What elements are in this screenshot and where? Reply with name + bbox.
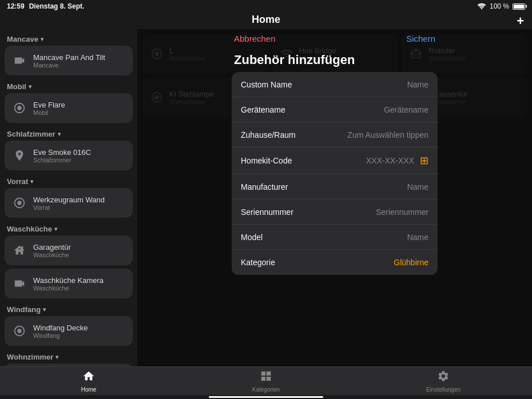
device-room: Waschküche: [33, 285, 104, 292]
battery-percent: 100 %: [490, 2, 509, 10]
device-name: Eve Smoke 016C: [33, 148, 91, 157]
chevron-icon: ▾: [29, 83, 31, 90]
seriennummer-row[interactable]: Seriennummer Seriennummer: [232, 200, 438, 225]
nav-kategorien[interactable]: Kategorien: [177, 370, 355, 393]
wifi-icon: [477, 2, 486, 11]
scan-qr-icon[interactable]: ⊞: [420, 154, 428, 167]
field-value: Name: [407, 233, 428, 242]
chevron-icon: ▾: [43, 306, 46, 313]
manufacturer-row[interactable]: Manufacturer Name: [232, 174, 438, 200]
nav-home[interactable]: Home: [0, 370, 177, 393]
section-label: Wohnzimmer: [7, 353, 53, 361]
svg-point-0: [481, 8, 483, 9]
content-area: L Wohnzimmer Hue Bridge Wohnzimmer Rob: [137, 29, 532, 366]
section-waschkueche: Waschküche ▾: [5, 221, 133, 236]
time: 12:59: [7, 2, 25, 10]
section-label: Windfang: [7, 305, 41, 314]
section-mobil: Mobil ▾: [5, 79, 133, 93]
homekit-row[interactable]: Homekit-Code XXX-XX-XXX ⊞: [232, 147, 438, 174]
field-label: Homekit-Code: [241, 156, 292, 165]
field-label: Gerätename: [241, 105, 285, 114]
section-label: Waschküche: [7, 225, 52, 233]
section-label: Vorrat: [7, 177, 28, 186]
geratename-row[interactable]: Gerätename Gerätename: [232, 97, 438, 122]
cancel-button[interactable]: Abbrechen: [234, 34, 276, 43]
camera-icon: [11, 276, 27, 292]
chevron-icon: ▾: [58, 131, 61, 137]
kategorie-row[interactable]: Kategorie Glühbirne: [232, 250, 438, 275]
device-room: Mobil: [33, 109, 65, 116]
device-garagentur[interactable]: Garagentür Waschküche: [5, 236, 133, 265]
device-room: Waschküche: [33, 252, 71, 258]
device-info: Eve Flare Mobil: [33, 101, 65, 116]
field-value: Seriennummer: [376, 208, 428, 217]
device-info: Waschküche Kamera Waschküche: [33, 276, 104, 292]
field-value: Name: [407, 80, 428, 89]
field-label: Kategorie: [241, 258, 275, 267]
date: Dienstag 8. Sept.: [29, 2, 85, 10]
field-label: Zuhause/Raum: [241, 130, 296, 139]
field-value: Name: [407, 182, 428, 191]
device-eve-smoke[interactable]: Eve Smoke 016C Schlafzimmer: [5, 141, 133, 170]
device-werkzeug[interactable]: Werkzeugraum Wand Vorrat: [5, 188, 133, 218]
svg-point-1: [17, 106, 21, 110]
device-eufy[interactable]: eufy HomeBase2-30E9 Wohnzimmer: [5, 364, 133, 366]
nav-einstellungen[interactable]: Einstellungen: [355, 370, 532, 393]
camera-icon: [11, 53, 27, 69]
device-name: Windfang Decke: [33, 324, 88, 332]
device-room: Mancave: [33, 62, 105, 69]
save-button[interactable]: Sichern: [406, 34, 435, 43]
header: Home +: [0, 13, 532, 29]
battery-icon: [513, 3, 525, 10]
battery-fill: [514, 5, 524, 9]
nav-einstellungen-label: Einstellungen: [426, 386, 460, 393]
chevron-icon: ▾: [54, 226, 57, 232]
section-label: Mancave: [7, 35, 38, 43]
device-info: Werkzeugraum Wand Vorrat: [33, 195, 105, 211]
nav-home-label: Home: [81, 386, 97, 393]
device-room: Schlafzimmer: [33, 157, 91, 163]
chevron-icon: ▾: [30, 178, 33, 185]
device-waschkueche-kamera[interactable]: Waschküche Kamera Waschküche: [5, 269, 133, 298]
add-accessory-modal: Abbrechen Sichern Zubehör hinzufügen Cus…: [232, 29, 438, 276]
custom-name-row[interactable]: Custom Name Name: [232, 72, 438, 97]
device-eve-flare[interactable]: Eve Flare Mobil: [5, 93, 133, 123]
nav-kategorien-label: Kategorien: [252, 386, 280, 393]
light-icon: [11, 100, 27, 116]
svg-point-3: [17, 329, 21, 333]
bottom-nav: Home Kategorien Einstellungen: [0, 366, 532, 395]
device-room: Vorrat: [33, 204, 105, 211]
grid-nav-icon: [260, 370, 272, 385]
device-name: Garagentür: [33, 243, 71, 252]
light-icon: [11, 323, 27, 339]
gear-nav-icon: [437, 370, 450, 385]
device-info: Garagentür Waschküche: [33, 243, 71, 258]
status-left: 12:59 Dienstag 8. Sept.: [7, 2, 84, 10]
modal-action-bar: Abbrechen Sichern: [232, 29, 438, 48]
device-mancave-pan[interactable]: Mancave Pan And Tilt Mancave: [5, 46, 133, 75]
device-info: Mancave Pan And Tilt Mancave: [33, 53, 105, 69]
field-label: Manufacturer: [241, 182, 288, 191]
device-windfang-decke[interactable]: Windfang Decke Windfang: [5, 316, 133, 346]
homekit-code-value: XXX-XX-XXX: [366, 156, 414, 165]
garage-icon: [11, 242, 27, 258]
device-room: Windfang: [33, 332, 88, 339]
status-right: 100 %: [477, 2, 525, 11]
home-nav-icon: [82, 370, 95, 385]
form-section: Custom Name Name Gerätename Gerätename Z…: [232, 72, 438, 275]
smoke-icon: [11, 147, 27, 163]
section-windfang: Windfang ▾: [5, 302, 133, 316]
section-label: Schlafzimmer: [7, 130, 55, 138]
home-indicator-bar: [209, 396, 323, 398]
chevron-icon: ▾: [55, 354, 58, 360]
field-value: Gerätename: [384, 105, 428, 114]
section-vorrat: Vorrat ▾: [5, 174, 133, 188]
device-name: Werkzeugraum Wand: [33, 195, 105, 204]
zuhause-row[interactable]: Zuhause/Raum Zum Auswählen tippen: [232, 122, 438, 147]
model-row[interactable]: Model Name: [232, 225, 438, 250]
section-schlafzimmer: Schlafzimmer ▾: [5, 126, 133, 141]
section-mancave: Mancave ▾: [5, 31, 133, 46]
add-button[interactable]: +: [517, 14, 524, 29]
device-info: Windfang Decke Windfang: [33, 324, 88, 339]
field-label: Model: [241, 233, 263, 242]
